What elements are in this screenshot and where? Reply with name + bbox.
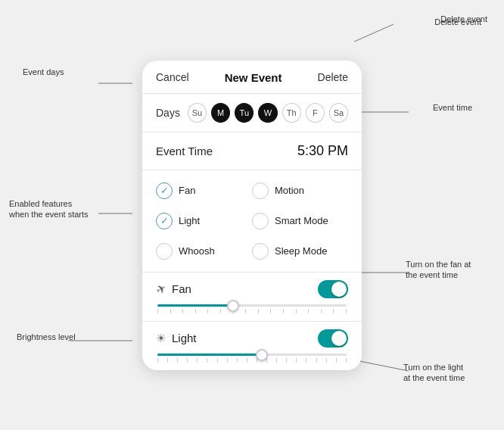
annotation-turn-on-light-label: Turn on the lightat the event time — [403, 362, 483, 384]
smart-mode-label: Smart Mode — [275, 215, 328, 226]
event-time-label: Event Time — [156, 145, 213, 157]
light-slider-fill — [157, 354, 262, 356]
fan-slider-fill — [157, 304, 233, 307]
light-checkmark: ✓ — [160, 216, 169, 226]
light-label: Light — [179, 215, 200, 226]
fan-toggle[interactable] — [318, 280, 348, 298]
annotation-enabled-features-label: Enabled featureswhen the event starts — [9, 198, 92, 220]
feature-light[interactable]: ✓ Light — [156, 208, 252, 234]
fan-toggle-header: ✈ Fan — [156, 280, 348, 298]
annotation-turn-on-fan-label: Turn on the fan atthe event time — [406, 259, 481, 281]
fan-section-label: Fan — [172, 282, 191, 295]
fan-slider-track[interactable] — [157, 304, 347, 307]
annotation-delete-event-label: Delete event — [434, 17, 481, 27]
event-time-value[interactable]: 5:30 PM — [297, 143, 348, 159]
whoosh-checkbox[interactable] — [156, 243, 173, 260]
motion-label: Motion — [275, 185, 304, 196]
sun-icon: ☀ — [156, 332, 166, 345]
fan-slider-container — [156, 304, 348, 313]
cancel-button[interactable]: Cancel — [156, 71, 189, 83]
days-row: Days Su M Tu W Th F Sa — [142, 94, 362, 132]
day-sa[interactable]: Sa — [329, 103, 348, 123]
day-tu[interactable]: Tu — [235, 103, 254, 123]
fan-toggle-left: ✈ Fan — [156, 282, 191, 296]
svg-line-6 — [352, 360, 409, 371]
sleep-mode-checkbox[interactable] — [252, 243, 269, 260]
feature-smart-mode[interactable]: Smart Mode — [252, 208, 348, 234]
feature-sleep-mode[interactable]: Sleep Mode — [252, 238, 348, 264]
feature-fan[interactable]: ✓ Fan — [156, 178, 252, 204]
day-f[interactable]: F — [306, 103, 325, 123]
light-slider-thumb[interactable] — [256, 349, 268, 361]
fan-checkbox[interactable]: ✓ — [156, 182, 173, 199]
days-label: Days — [156, 107, 180, 119]
light-slider-track[interactable] — [157, 354, 347, 356]
light-checkbox[interactable]: ✓ — [156, 213, 173, 229]
day-w[interactable]: W — [258, 103, 277, 123]
day-m[interactable]: M — [211, 103, 230, 123]
light-toggle[interactable] — [318, 329, 348, 347]
light-slider-container — [156, 354, 348, 363]
light-section: ☀ Light — [142, 322, 362, 370]
light-toggle-header: ☀ Light — [156, 329, 348, 347]
feature-motion[interactable]: Motion — [252, 178, 348, 204]
whoosh-label: Whoosh — [179, 245, 215, 257]
features-grid: ✓ Fan Motion ✓ Light Smart Mode — [142, 170, 362, 273]
annotation-event-time-label: Event time — [433, 102, 472, 113]
fan-section: ✈ Fan — [142, 273, 362, 322]
light-slider-ticks — [157, 358, 347, 363]
feature-whoosh[interactable]: Whoosh — [156, 238, 252, 264]
sleep-mode-label: Sleep Mode — [275, 245, 327, 257]
light-section-label: Light — [172, 332, 197, 344]
fan-slider-thumb[interactable] — [227, 300, 239, 312]
annotation-brightness-label: Brightness level — [17, 332, 76, 342]
phone-card: Cancel New Event Delete Days Su M Tu W T… — [142, 61, 362, 370]
light-toggle-left: ☀ Light — [156, 332, 197, 345]
annotation-event-days-label: Event days — [23, 67, 64, 77]
motion-checkbox[interactable] — [252, 182, 269, 199]
day-th[interactable]: Th — [282, 103, 301, 123]
delete-button[interactable]: Delete — [318, 71, 348, 83]
fan-slider-ticks — [157, 309, 347, 313]
fan-label: Fan — [179, 185, 195, 196]
outer-container: Delete event Delete event Event days Eve… — [0, 0, 504, 430]
day-su[interactable]: Su — [188, 103, 207, 123]
event-time-row: Event Time 5:30 PM — [142, 132, 362, 170]
new-event-title: New Event — [225, 71, 282, 84]
svg-line-0 — [354, 24, 394, 42]
header: Cancel New Event Delete — [142, 61, 362, 94]
smart-mode-checkbox[interactable] — [252, 213, 269, 229]
fan-icon: ✈ — [153, 280, 169, 298]
fan-checkmark: ✓ — [160, 185, 169, 195]
